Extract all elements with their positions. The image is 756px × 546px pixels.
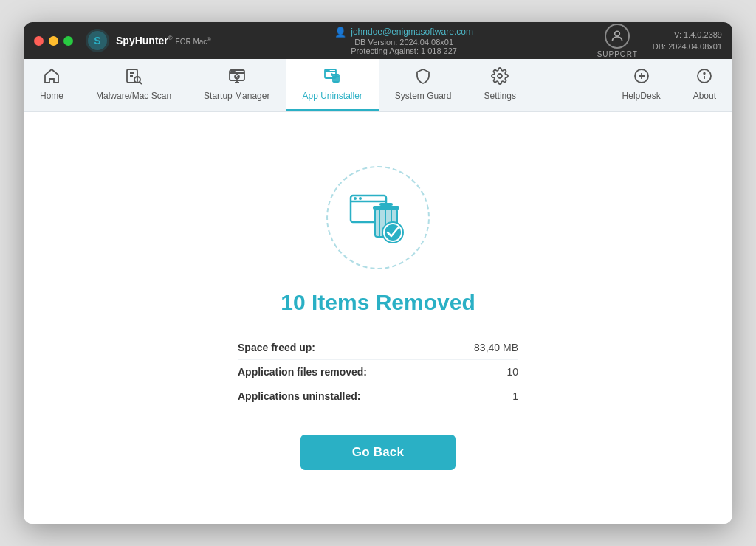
svg-point-31 [704, 73, 706, 75]
svg-point-3 [615, 31, 620, 36]
support-label: SUPPORT [597, 50, 638, 58]
stats-label-files: Application files removed: [238, 366, 367, 378]
startup-icon [228, 67, 246, 88]
nav-right: HelpDesk About [606, 59, 732, 111]
nav-item-home[interactable]: Home [24, 59, 80, 111]
svg-rect-40 [373, 206, 399, 210]
system-guard-icon [414, 67, 432, 88]
result-icon-circle [326, 166, 430, 269]
stats-table: Space freed up: 83,40 MB Application fil… [238, 336, 518, 408]
svg-point-19 [328, 70, 329, 72]
stats-row-files: Application files removed: 10 [238, 360, 518, 384]
titlebar: S SpyHunter® FOR Mac® 👤 johndoe@enigmaso… [24, 22, 732, 59]
stats-value-apps: 1 [512, 390, 518, 402]
svg-point-18 [326, 70, 328, 72]
nav-about-label: About [693, 91, 716, 101]
about-icon [695, 67, 713, 88]
result-title: 10 Items Removed [281, 290, 475, 315]
uninstall-complete-icon [347, 187, 410, 249]
home-icon [43, 67, 61, 88]
nav-item-malware-scan[interactable]: Malware/Mac Scan [80, 59, 188, 111]
svg-text:S: S [94, 35, 100, 46]
settings-icon [491, 67, 509, 88]
nav-item-about[interactable]: About [677, 59, 732, 111]
app-window: S SpyHunter® FOR Mac® 👤 johndoe@enigmaso… [24, 22, 732, 524]
app-uninstaller-icon [323, 67, 341, 88]
go-back-button[interactable]: Go Back [300, 435, 456, 470]
nav-item-helpdesk[interactable]: HelpDesk [606, 59, 677, 111]
stats-row-space: Space freed up: 83,40 MB [238, 336, 518, 360]
nav-uninstaller-label: App Uninstaller [302, 91, 362, 101]
version-info: V: 1.4.0.2389 DB: 2024.04.08x01 [653, 29, 722, 53]
close-button[interactable] [34, 36, 44, 46]
support-button[interactable]: SUPPORT [597, 24, 638, 58]
navbar: Home Malware/Mac Scan [24, 59, 732, 112]
nav-item-startup-manager[interactable]: Startup Manager [188, 59, 286, 111]
svg-point-11 [231, 71, 233, 72]
titlebar-right: SUPPORT V: 1.4.0.2389 DB: 2024.04.08x01 [597, 24, 722, 58]
svg-point-34 [354, 197, 357, 200]
db-version-info: DB Version: 2024.04.08x01 Protecting Aga… [351, 38, 457, 55]
nav-item-app-uninstaller[interactable]: App Uninstaller [286, 59, 378, 111]
stats-label-space: Space freed up: [238, 342, 315, 353]
nav-home-label: Home [40, 91, 63, 101]
nav-system-guard-label: System Guard [395, 91, 452, 101]
svg-line-6 [140, 82, 142, 84]
svg-point-12 [233, 71, 235, 72]
nav-item-system-guard[interactable]: System Guard [379, 59, 468, 111]
db-version-text: DB Version: 2024.04.08x01 [354, 38, 453, 46]
user-icon: 👤 [334, 27, 346, 38]
nav-item-settings[interactable]: Settings [468, 59, 532, 111]
stats-value-space: 83,40 MB [474, 342, 518, 353]
window-controls [34, 36, 73, 46]
maximize-button[interactable] [63, 36, 73, 46]
stats-value-files: 10 [506, 366, 518, 378]
db-label-text: DB: 2024.04.08x01 [653, 41, 722, 53]
nav-startup-label: Startup Manager [204, 91, 269, 101]
main-content: 10 Items Removed Space freed up: 83,40 M… [24, 112, 732, 524]
app-logo-text: SpyHunter® FOR Mac® [116, 34, 211, 47]
stats-row-apps: Applications uninstalled: 1 [238, 384, 518, 408]
support-icon [605, 24, 630, 49]
protecting-against-text: Protecting Against: 1 018 227 [351, 46, 457, 55]
helpdesk-icon [633, 67, 650, 88]
nav-spacer [532, 59, 606, 111]
version-text: V: 1.4.0.2389 [653, 29, 722, 41]
app-logo: S SpyHunter® FOR Mac® [85, 28, 211, 53]
user-email: johndoe@enigmasoftware.com [351, 27, 473, 37]
nav-settings-label: Settings [484, 91, 516, 101]
stats-label-apps: Applications uninstalled: [238, 390, 360, 402]
titlebar-center-info: 👤 johndoe@enigmasoftware.com DB Version:… [211, 27, 597, 55]
minimize-button[interactable] [49, 36, 58, 46]
malware-scan-icon [125, 67, 142, 88]
svg-rect-41 [379, 203, 393, 206]
svg-point-35 [359, 197, 362, 200]
svg-point-25 [498, 74, 502, 78]
nav-malware-label: Malware/Mac Scan [96, 91, 171, 101]
spyhunter-logo-icon: S [85, 28, 110, 53]
nav-helpdesk-label: HelpDesk [622, 91, 661, 101]
user-info: 👤 johndoe@enigmasoftware.com [334, 27, 473, 38]
